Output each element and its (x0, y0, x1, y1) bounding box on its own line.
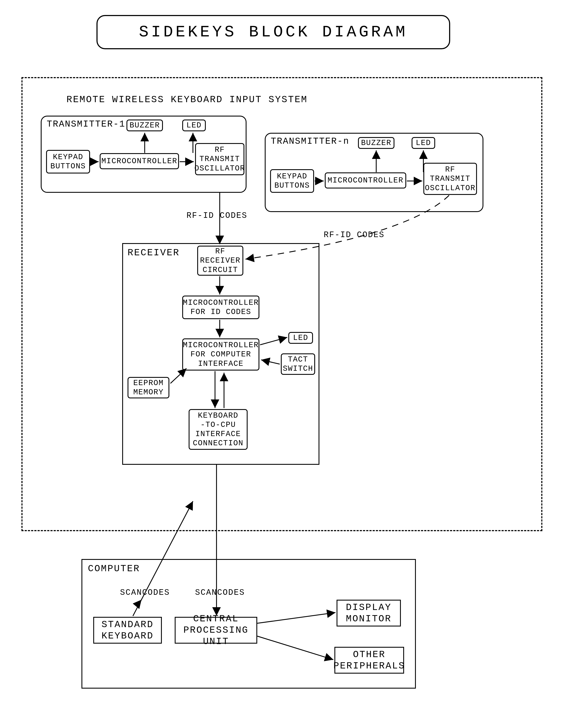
receiver-led: LED (288, 332, 313, 344)
diagram-title: SIDEKEYS BLOCK DIAGRAM (96, 15, 450, 49)
eeprom: EEPROM MEMORY (127, 377, 169, 398)
micro-id-codes: MICROCONTROLLER FOR ID CODES (182, 296, 259, 319)
keyboard-cpu-interface: KEYBOARD -TO-CPU INTERFACE CONNECTION (189, 409, 247, 450)
rf-receiver-circuit: RF RECEIVER CIRCUIT (197, 246, 243, 276)
receiver-label: RECEIVER (127, 247, 180, 258)
other-peripherals: OTHER PERIPHERALS (335, 647, 404, 674)
tx1-buzzer: BUZZER (126, 120, 163, 131)
micro-interface: MICROCONTROLLER FOR COMPUTER INTERFACE (182, 338, 259, 371)
tx1-led: LED (182, 120, 206, 131)
display-monitor: DISPLAY MONITOR (337, 600, 401, 626)
txn-rf: RF TRANSMIT OSCILLATOR (423, 163, 477, 195)
txn-led: LED (412, 137, 435, 149)
transmitter-n-label: TRANSMITTER-n (271, 136, 350, 146)
tx1-rf: RF TRANSMIT OSCILLATOR (195, 143, 244, 175)
rfid-label-2: RF-ID CODES (324, 230, 385, 239)
computer-label: COMPUTER (88, 563, 140, 574)
tx1-keypad: KEYPAD BUTTONS (46, 150, 90, 173)
system-label: REMOTE WIRELESS KEYBOARD INPUT SYSTEM (66, 94, 308, 105)
standard-keyboard: STANDARD KEYBOARD (93, 617, 162, 644)
txn-micro: MICROCONTROLLER (325, 172, 406, 188)
txn-buzzer: BUZZER (358, 137, 395, 149)
tact-switch: TACT SWITCH (281, 353, 315, 375)
cpu: CENTRAL PROCESSING UNIT (175, 617, 257, 644)
txn-keypad: KEYPAD BUTTONS (270, 169, 314, 193)
scancodes-1: SCANCODES (120, 588, 170, 597)
title-text: SIDEKEYS BLOCK DIAGRAM (139, 23, 408, 41)
scancodes-2: SCANCODES (195, 588, 245, 597)
tx1-micro: MICROCONTROLLER (100, 153, 179, 169)
transmitter-1-label: TRANSMITTER-1 (47, 119, 125, 129)
rfid-label-1: RF-ID CODES (186, 211, 247, 220)
